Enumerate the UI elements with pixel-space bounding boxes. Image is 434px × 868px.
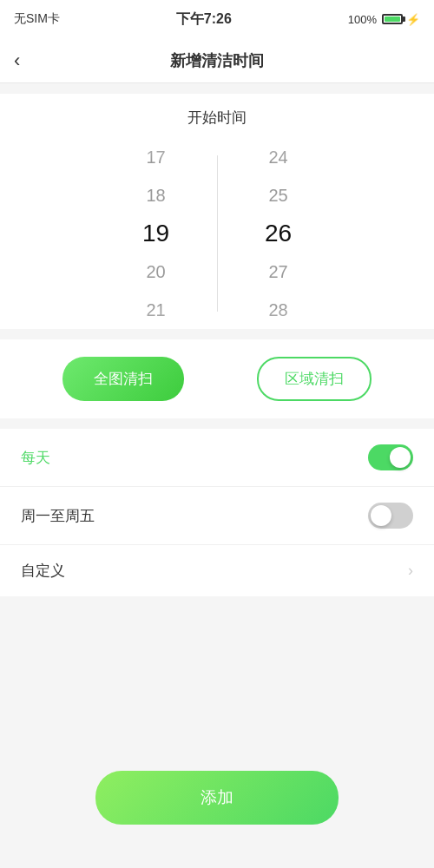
- right-picker-column[interactable]: 23 24 25 26 27 28 29: [227, 138, 331, 329]
- everyday-toggle[interactable]: [368, 444, 413, 470]
- right-item-5: 28: [227, 291, 331, 329]
- left-picker-column[interactable]: 16 17 18 19 20 21 22: [104, 138, 208, 329]
- left-item-5: 21: [104, 291, 208, 329]
- time-picker-section: 开始时间 16 17 18 19 20 21 22 23 24 25 26 27…: [0, 94, 434, 329]
- weekdays-toggle[interactable]: [368, 503, 413, 529]
- right-item-3: 26: [227, 214, 331, 253]
- battery-area: 100% ⚡: [348, 13, 420, 26]
- time-label: 下午7:26: [176, 10, 232, 29]
- custom-label: 自定义: [21, 561, 65, 581]
- full-scan-button[interactable]: 全图清扫: [62, 357, 184, 401]
- weekdays-label: 周一至周五: [21, 506, 95, 526]
- right-item-1: 24: [227, 138, 331, 176]
- back-button[interactable]: ‹: [14, 49, 20, 72]
- left-item-4: 20: [104, 253, 208, 291]
- battery-icon: [382, 14, 403, 24]
- area-scan-button[interactable]: 区域清扫: [257, 357, 372, 401]
- left-item-1: 17: [104, 138, 208, 176]
- left-item-3: 19: [104, 214, 208, 253]
- weekdays-row[interactable]: 周一至周五: [0, 487, 434, 545]
- add-button[interactable]: 添加: [95, 771, 339, 825]
- right-item-4: 27: [227, 253, 331, 291]
- picker-divider: [217, 155, 218, 312]
- custom-row[interactable]: 自定义 ›: [0, 545, 434, 596]
- battery-fill: [385, 16, 400, 22]
- carrier-label: 无SIM卡: [14, 11, 60, 27]
- left-item-2: 18: [104, 176, 208, 214]
- everyday-label: 每天: [21, 448, 50, 468]
- lightning-icon: ⚡: [406, 13, 420, 26]
- add-button-container: 添加: [95, 771, 339, 825]
- battery-percent: 100%: [348, 13, 377, 26]
- everyday-toggle-knob: [390, 447, 411, 468]
- right-item-2: 25: [227, 176, 331, 214]
- scroll-picker[interactable]: 16 17 18 19 20 21 22 23 24 25 26 27 28 2…: [0, 138, 434, 329]
- scan-buttons-section: 全图清扫 区域清扫: [0, 339, 434, 418]
- time-picker-title: 开始时间: [0, 94, 434, 138]
- page-title: 新增清洁时间: [170, 50, 264, 71]
- settings-section: 每天 周一至周五 自定义 ›: [0, 429, 434, 596]
- weekdays-toggle-knob: [371, 505, 391, 526]
- everyday-row[interactable]: 每天: [0, 429, 434, 487]
- status-bar: 无SIM卡 下午7:26 100% ⚡: [0, 0, 434, 38]
- chevron-right-icon: ›: [408, 562, 413, 580]
- nav-bar: ‹ 新增清洁时间: [0, 38, 434, 83]
